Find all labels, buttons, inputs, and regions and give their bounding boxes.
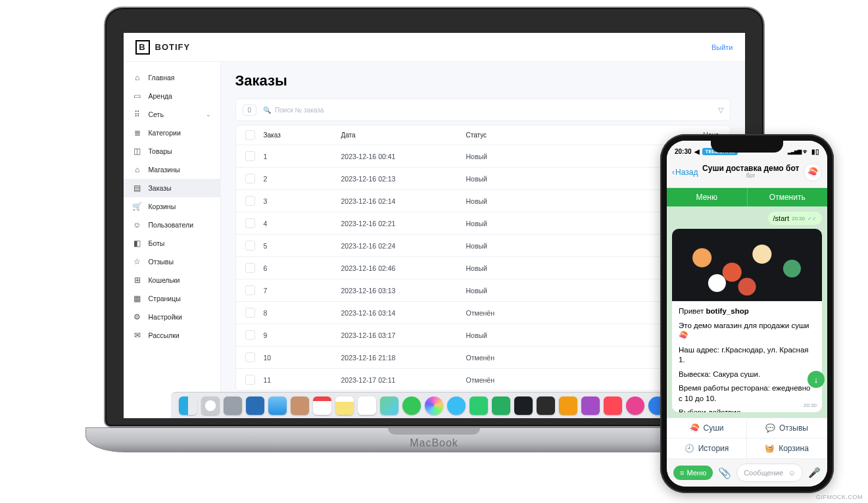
quick-reply-Отзывы[interactable]: 💬Отзывы xyxy=(747,418,827,439)
row-checkbox[interactable] xyxy=(245,285,255,295)
sidebar-item-reviews[interactable]: ☆Отзывы xyxy=(124,252,220,271)
sidebar-item-wallets[interactable]: ⊞Кошельки xyxy=(124,271,220,289)
table-row[interactable]: 72023-12-16 03:13Новый340 ₽ xyxy=(236,279,730,302)
table-row[interactable]: 112023-12-17 02:11Отменён0 ₽ xyxy=(236,369,730,391)
dock-finder-icon[interactable] xyxy=(179,396,197,415)
cell-date: 2023-12-17 02:11 xyxy=(341,376,466,384)
table-row[interactable]: 92023-12-16 03:17Новый340 ₽ xyxy=(236,324,730,347)
chat-area[interactable]: /start 20:30 ✓✓ Привет botify_shop Это д… xyxy=(667,206,827,418)
cell-status: Новый xyxy=(466,264,582,272)
table-row[interactable]: 32023-12-16 02:14Новый1300 ₽ xyxy=(236,190,730,212)
table-row[interactable]: 12023-12-16 00:41Новый1170 ₽ xyxy=(236,145,730,168)
dock-music-icon[interactable] xyxy=(626,396,644,415)
filter-icon[interactable]: ▽ xyxy=(718,106,723,114)
bot-greeting: Привет botify_shop xyxy=(679,306,815,317)
user-message: /start 20:30 ✓✓ xyxy=(768,212,822,225)
sidebar-item-shops[interactable]: ⌂Магазины xyxy=(124,160,220,179)
sidebar-item-products[interactable]: ◫Товары xyxy=(124,142,220,160)
bot-message-image[interactable] xyxy=(672,229,822,301)
dock-preview-icon[interactable] xyxy=(246,396,264,415)
sidebar-item-rent[interactable]: ▭Аренда xyxy=(124,87,220,105)
select-all-checkbox[interactable] xyxy=(245,130,255,140)
sidebar-item-mailings[interactable]: ✉Рассылки xyxy=(124,326,220,345)
sidebar-item-users[interactable]: ☺Пользователи xyxy=(124,216,220,234)
dock-contacts-icon[interactable] xyxy=(291,396,309,415)
telegram-header: ‹ Назад Суши доставка демо бот бот 🍣 xyxy=(667,156,827,188)
sidebar-item-bots[interactable]: ◧Боты xyxy=(124,234,220,252)
sidebar-item-carts[interactable]: 🛒Корзины xyxy=(124,197,220,216)
dock-facetime-icon[interactable] xyxy=(470,396,488,415)
dock-calendar-icon[interactable] xyxy=(313,396,331,415)
quick-reply-Корзина[interactable]: 🧺Корзина xyxy=(747,439,827,459)
search-input[interactable]: 🔍 Поиск № заказа xyxy=(263,107,324,114)
dock-activity-icon[interactable] xyxy=(559,396,577,415)
back-app-arrow-icon[interactable]: ◀ xyxy=(694,148,700,155)
table-row[interactable]: 42023-12-16 02:21Новый1300 ₽ xyxy=(236,212,730,235)
dashboard-body: ⌂Главная▭Аренда⠿Сеть⌄≣Категории◫Товары⌂М… xyxy=(124,62,745,401)
logo[interactable]: B BOTIFY xyxy=(135,40,191,55)
cell-order-id: 5 xyxy=(264,242,341,250)
wifi-icon: ᯤ xyxy=(803,148,809,155)
logout-link[interactable]: Выйти xyxy=(711,43,733,51)
dock-news-icon[interactable] xyxy=(604,396,622,415)
dock-photos-icon[interactable] xyxy=(425,396,443,415)
dock-terminal-icon[interactable] xyxy=(537,396,555,415)
sidebar-item-orders[interactable]: ▤Заказы xyxy=(124,179,220,197)
row-checkbox[interactable] xyxy=(245,241,255,251)
row-checkbox[interactable] xyxy=(245,151,255,161)
mic-icon[interactable]: 🎤 xyxy=(808,467,821,479)
attach-icon[interactable]: 📎 xyxy=(718,467,731,479)
dock-launchpad-icon[interactable] xyxy=(224,396,242,415)
dock-messages-icon[interactable] xyxy=(402,396,421,415)
row-checkbox[interactable] xyxy=(245,330,255,340)
sticker-icon[interactable]: ☺ xyxy=(788,469,796,477)
dock-mail-icon[interactable] xyxy=(268,396,287,415)
back-button[interactable]: ‹ Назад xyxy=(672,168,698,177)
orders-table: Заказ Дата Статус Цена 12023-12-16 00:41… xyxy=(235,125,731,391)
table-row[interactable]: 82023-12-16 03:14Отменён0 ₽ xyxy=(236,302,730,324)
dock-reminders-icon[interactable] xyxy=(358,396,376,415)
dock-podcasts-icon[interactable] xyxy=(581,396,600,415)
dock-phone-icon[interactable] xyxy=(492,396,510,415)
quick-reply-icon: 💬 xyxy=(765,423,775,433)
row-checkbox[interactable] xyxy=(245,375,255,385)
scroll-down-button[interactable]: ↓ xyxy=(808,371,825,388)
dock-maps-icon[interactable] xyxy=(380,396,398,415)
dock-safari-icon[interactable] xyxy=(201,396,220,415)
dock-notes-icon[interactable] xyxy=(335,396,354,415)
table-row[interactable]: 22023-12-16 02:13Новый5200 ₽ xyxy=(236,168,730,190)
sidebar-item-home[interactable]: ⌂Главная xyxy=(124,68,220,87)
quick-reply-История[interactable]: 🕘История xyxy=(667,439,747,459)
reviews-icon: ☆ xyxy=(133,257,142,266)
sidebar-item-settings[interactable]: ⚙Настройки xyxy=(124,308,220,326)
sidebar-item-categories[interactable]: ≣Категории xyxy=(124,124,220,142)
iphone-mockup: 20:30 ◀ TELEGRAM ▂▃▅▆ ᯤ ▮▯ ‹ Назад Суши … xyxy=(660,134,834,493)
menu-button[interactable]: ≡ Меню xyxy=(673,466,713,480)
cell-order-id: 9 xyxy=(264,331,341,339)
sidebar-item-network[interactable]: ⠿Сеть⌄ xyxy=(124,105,220,124)
kb-menu-button[interactable]: Меню xyxy=(667,188,748,206)
dock-stocks-icon[interactable] xyxy=(514,396,533,415)
col-date: Дата xyxy=(341,132,466,139)
sidebar: ⌂Главная▭Аренда⠿Сеть⌄≣Категории◫Товары⌂М… xyxy=(124,62,221,401)
quick-reply-label: Суши xyxy=(704,423,724,433)
kb-cancel-button[interactable]: Отменить xyxy=(748,188,828,206)
row-checkbox[interactable] xyxy=(245,218,255,228)
row-checkbox[interactable] xyxy=(245,196,255,206)
table-row[interactable]: 62023-12-16 02:46Новый1300 ₽ xyxy=(236,257,730,279)
row-checkbox[interactable] xyxy=(245,352,255,362)
quick-reply-icon: 🧺 xyxy=(765,444,775,453)
table-row[interactable]: 52023-12-16 02:24Новый1300 ₽ xyxy=(236,235,730,257)
chat-avatar[interactable]: 🍣 xyxy=(804,163,822,181)
dock-chat-icon[interactable] xyxy=(447,396,466,415)
products-icon: ◫ xyxy=(133,147,142,156)
table-row[interactable]: 102023-12-16 21:18Отменён0 ₽ xyxy=(236,347,730,369)
back-label: Назад xyxy=(675,168,698,177)
row-checkbox[interactable] xyxy=(245,263,255,273)
quick-reply-Суши[interactable]: 🍣Суши xyxy=(667,418,747,439)
message-input[interactable]: Сообщение ☺ xyxy=(736,464,803,482)
sidebar-item-pages[interactable]: ▦Страницы xyxy=(124,289,220,308)
row-checkbox[interactable] xyxy=(245,174,255,183)
row-checkbox[interactable] xyxy=(245,308,255,318)
categories-icon: ≣ xyxy=(133,128,142,137)
